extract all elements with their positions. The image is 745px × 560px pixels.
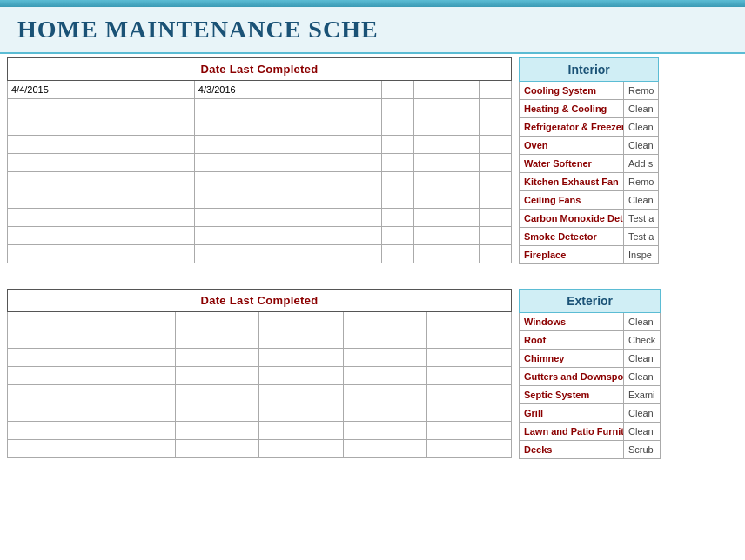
list-item: Decks Scrub [520, 441, 661, 459]
list-item: Chimney Clean [520, 350, 661, 368]
task-action: Remo [624, 82, 659, 100]
table-row [8, 422, 512, 440]
task-name: Cooling System [520, 82, 624, 100]
table-row [8, 190, 512, 209]
exterior-section-title: Exterior [520, 290, 661, 313]
table-row [8, 154, 512, 172]
date-cell: 4/3/2016 [194, 81, 381, 99]
table-row [8, 245, 512, 263]
list-item: Oven Clean [520, 137, 659, 155]
task-action: Clean [624, 350, 661, 368]
table-row [8, 172, 512, 190]
task-name: Kitchen Exhaust Fan [520, 173, 624, 191]
exterior-section: Date Last Completed [7, 289, 738, 459]
task-action: Clean [624, 404, 661, 423]
task-name: Carbon Monoxide Detector [520, 210, 624, 228]
list-item: Septic System Exami [520, 386, 661, 404]
list-item: Kitchen Exhaust Fan Remo [520, 173, 659, 191]
task-action: Clean [624, 118, 659, 137]
exterior-date-body [8, 312, 512, 458]
interior-section-title: Interior [520, 58, 659, 82]
interior-header-row: Interior [520, 58, 659, 82]
task-name: Fireplace [520, 246, 624, 264]
list-item: Gutters and Downspouts Clean [520, 368, 661, 386]
task-name: Chimney [520, 350, 624, 368]
interior-date-header: Date Last Completed [8, 58, 512, 81]
table-row [8, 367, 512, 385]
exterior-header-row: Exterior [520, 290, 661, 313]
task-name: Smoke Detector [520, 228, 624, 246]
task-action: Exami [624, 386, 661, 404]
task-name: Windows [520, 313, 624, 331]
table-row [8, 330, 512, 349]
exterior-tasks-container: Exterior Windows Clean Roof Check Chimne… [519, 289, 738, 459]
list-item: Grill Clean [520, 404, 661, 423]
list-item: Heating & Cooling Clean [520, 100, 659, 118]
interior-date-table: Date Last Completed 4/4/2015 4/3/2016 [7, 57, 512, 263]
task-name: Septic System [520, 386, 624, 404]
table-row: 4/4/2015 4/3/2016 [8, 81, 512, 99]
task-name: Oven [520, 137, 624, 155]
table-row [8, 117, 512, 136]
task-name: Gutters and Downspouts [520, 368, 624, 386]
task-action: Add s [624, 155, 659, 173]
exterior-tasks-table: Exterior Windows Clean Roof Check Chimne… [519, 289, 661, 459]
title-area: Home Maintenance Sche [0, 7, 745, 54]
date-cell [381, 81, 413, 99]
date-cell [479, 81, 511, 99]
task-name: Roof [520, 331, 624, 350]
table-row [8, 312, 512, 330]
task-action: Clean [624, 368, 661, 386]
list-item: Carbon Monoxide Detector Test a [520, 210, 659, 228]
task-name: Ceiling Fans [520, 191, 624, 210]
table-row [8, 227, 512, 245]
exterior-date-header: Date Last Completed [8, 290, 512, 312]
task-name: Refrigerator & Freezer [520, 118, 624, 137]
task-action: Clean [624, 137, 659, 155]
table-row [8, 99, 512, 117]
task-action: Test a [624, 228, 659, 246]
task-action: Scrub [624, 441, 661, 459]
page-title: Home Maintenance Sche [17, 16, 728, 43]
task-action: Check [624, 331, 661, 350]
task-action: Inspe [624, 246, 659, 264]
task-action: Clean [624, 191, 659, 210]
task-action: Remo [624, 173, 659, 191]
list-item: Cooling System Remo [520, 82, 659, 100]
exterior-date-table-container: Date Last Completed [7, 289, 512, 459]
exterior-date-table: Date Last Completed [7, 289, 512, 458]
exterior-tasks-body: Windows Clean Roof Check Chimney Clean G… [520, 313, 661, 459]
date-cell [446, 81, 479, 99]
list-item: Roof Check [520, 331, 661, 350]
list-item: Windows Clean [520, 313, 661, 331]
task-name: Heating & Cooling [520, 100, 624, 118]
date-cell: 4/4/2015 [8, 81, 195, 99]
task-action: Clean [624, 100, 659, 118]
table-row [8, 385, 512, 403]
task-action: Test a [624, 210, 659, 228]
list-item: Smoke Detector Test a [520, 228, 659, 246]
interior-section: Date Last Completed 4/4/2015 4/3/2016 [7, 57, 738, 264]
interior-tasks-container: Interior Cooling System Remo Heating & C… [519, 57, 738, 264]
table-row [8, 209, 512, 227]
task-name: Water Softener [520, 155, 624, 173]
table-row [8, 349, 512, 367]
list-item: Refrigerator & Freezer Clean [520, 118, 659, 137]
table-row [8, 136, 512, 154]
list-item: Ceiling Fans Clean [520, 191, 659, 210]
table-row [8, 440, 512, 458]
interior-tasks-table: Interior Cooling System Remo Heating & C… [519, 57, 659, 264]
list-item: Water Softener Add s [520, 155, 659, 173]
date-cell [414, 81, 446, 99]
list-item: Lawn and Patio Furniture Clean [520, 423, 661, 441]
interior-date-body: 4/4/2015 4/3/2016 [8, 81, 512, 263]
task-name: Lawn and Patio Furniture [520, 423, 624, 441]
task-name: Decks [520, 441, 624, 459]
task-name: Grill [520, 404, 624, 423]
table-row [8, 403, 512, 422]
task-action: Clean [624, 313, 661, 331]
interior-tasks-body: Cooling System Remo Heating & Cooling Cl… [520, 82, 659, 264]
header-bar [0, 0, 745, 7]
interior-date-table-container: Date Last Completed 4/4/2015 4/3/2016 [7, 57, 512, 264]
list-item: Fireplace Inspe [520, 246, 659, 264]
